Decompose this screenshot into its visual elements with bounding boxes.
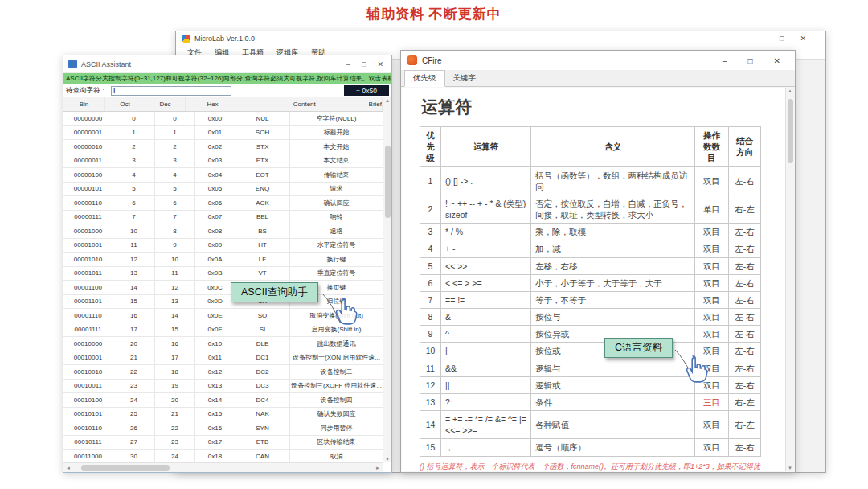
table-row[interactable]: 00011000 30 24 0x18 CAN 取消	[63, 450, 383, 462]
table-row[interactable]: 7 == != 等于，不等于 双目 左-右	[420, 291, 761, 308]
microlab-titlebar[interactable]: MicroLab Ver.1.0.0 – □ ✕	[176, 31, 825, 46]
hex-cell: 0x13	[195, 380, 235, 393]
minimize-icon[interactable]: –	[760, 35, 764, 43]
table-row[interactable]: 00010110 26 22 0x16 SYN 同步用暂停	[63, 421, 383, 436]
table-row[interactable]: 1 () [] -> . 括号（函数等），数组，两种结构成员访问 双目 左-右	[420, 166, 761, 195]
table-row[interactable]: 00010101 25 21 0x15 NAK 确认失败回应	[63, 408, 383, 422]
table-row[interactable]: 10 | 按位或 双目 左-右	[420, 343, 761, 360]
table-row[interactable]: 00000101 5 5 0x05 ENQ 请求	[63, 183, 383, 197]
tab-keywords[interactable]: 关键字	[445, 71, 485, 86]
table-row[interactable]: 5 << >> 左移，右移 双目 左-右	[420, 257, 761, 274]
close-icon[interactable]: ✕	[377, 60, 383, 68]
table-row[interactable]: 11 && 逻辑与 双目 左-右	[420, 360, 761, 376]
scroll-up-icon[interactable]: ▲	[788, 88, 792, 93]
scroll-down-icon[interactable]: ▼	[788, 466, 792, 471]
scroll-right-icon[interactable]: ►	[375, 466, 380, 471]
oct-cell: 10	[113, 224, 155, 238]
hex-cell: 0x11	[195, 351, 235, 365]
cfire-titlebar[interactable]: CFire – □ ✕	[401, 51, 795, 70]
ascii-window-controls: – □ ✕	[346, 60, 387, 68]
dec-cell: 5	[155, 183, 195, 196]
close-icon[interactable]: ✕	[800, 35, 806, 43]
bin-cell: 00010011	[63, 380, 113, 393]
maximize-icon[interactable]: □	[748, 56, 753, 65]
table-row[interactable]: 4 + - 加，减 双目 左-右	[420, 240, 761, 257]
meaning-cell: 乘，除，取模	[531, 224, 695, 240]
close-icon[interactable]: ✕	[774, 56, 780, 65]
vertical-scrollbar[interactable]: ▲ ▼	[785, 88, 794, 471]
table-row[interactable]: 00000100 4 4 0x04 EOT 传输结束	[63, 168, 383, 183]
minimize-icon[interactable]: –	[346, 60, 350, 68]
bin-cell: 00000101	[63, 183, 113, 196]
brief-cell: 设备控制二	[290, 365, 383, 379]
scrollbar-thumb[interactable]	[81, 465, 170, 471]
tab-priority[interactable]: 优先级	[404, 70, 445, 87]
scroll-left-icon[interactable]: ◄	[66, 466, 71, 471]
cfire-window-title: CFire	[422, 56, 441, 65]
dec-cell: 3	[155, 154, 195, 168]
table-row[interactable]: 00000001 1 1 0x01 SOH 标题开始	[63, 126, 383, 141]
scrollbar-thumb[interactable]	[788, 99, 793, 163]
table-row[interactable]: 3 * / % 乘，除，取模 双目 左-右	[420, 224, 761, 240]
oct-cell: 21	[113, 351, 155, 365]
table-row[interactable]: 9 ^ 按位异或 双目 左-右	[420, 326, 761, 343]
table-row[interactable]: 14 = += -= *= /= &= ^= |= <<= >>= 各种赋值 双…	[420, 411, 761, 439]
table-row[interactable]: 00000111 7 7 0x07 BEL 响铃	[63, 211, 383, 225]
associativity-cell: 左-右	[729, 343, 761, 360]
operand-count-cell: 双目	[695, 309, 729, 326]
operator-cell: << >>	[441, 257, 531, 274]
meaning-cell: 左移，右移	[531, 257, 695, 274]
hex-cell: 0x00	[195, 112, 235, 125]
dec-cell: 0	[155, 112, 195, 125]
maximize-icon[interactable]: □	[780, 35, 784, 43]
dec-cell: 14	[155, 309, 195, 323]
column-header: Oct	[105, 97, 145, 111]
scrollbar-thumb[interactable]	[385, 146, 391, 218]
table-row[interactable]: 00010001 21 17 0x11 DC1 设备控制一(XON 启用软件速.…	[63, 351, 383, 366]
table-row[interactable]: 15 ， 逗号（顺序） 双目 左-右	[420, 439, 761, 456]
table-row[interactable]: 13 ?: 条件 三目 右-左	[420, 393, 761, 410]
column-header: Dec	[145, 97, 186, 111]
table-row[interactable]: 00001011 13 11 0x0B VT 垂直定位符号	[63, 267, 383, 281]
vertical-scrollbar[interactable]: ▲ ▼	[383, 97, 391, 462]
associativity-cell: 左-右	[729, 326, 761, 343]
hex-cell: 0x12	[195, 365, 235, 379]
table-row[interactable]: 8 & 按位与 双目 左-右	[420, 309, 761, 326]
maximize-icon[interactable]: □	[362, 60, 366, 68]
table-row[interactable]: 00001001 11 9 0x09 HT 水平定位符号	[63, 239, 383, 253]
ascii-titlebar[interactable]: ASCII Assistant – □ ✕	[63, 55, 391, 73]
content-cell: SYN	[235, 421, 290, 435]
associativity-cell: 左-右	[729, 274, 761, 291]
hex-cell: 0x0D	[195, 295, 235, 309]
minimize-icon[interactable]: –	[723, 56, 727, 65]
meaning-cell: 逻辑与	[531, 360, 695, 376]
column-header: Bin	[63, 97, 105, 111]
table-row[interactable]: 00010000 20 16 0x10 DLE 跳出数据通讯	[63, 337, 383, 351]
content-cell: ETX	[235, 154, 290, 168]
query-result-button[interactable]: = 0x50	[344, 85, 389, 96]
table-row[interactable]: 00000010 2 2 0x02 STX 本文开始	[63, 140, 383, 154]
table-row[interactable]: 12 || 逻辑或 双目 左-右	[420, 376, 761, 393]
priority-cell: 1	[420, 166, 441, 195]
table-row[interactable]: 00000011 3 3 0x03 ETX 本文结束	[63, 154, 383, 169]
content-cell: SO	[235, 309, 290, 323]
scroll-down-icon[interactable]: ▼	[385, 457, 390, 462]
table-row[interactable]: 00000000 0 0 0x00 NUL 空字符(NULL)	[63, 112, 383, 126]
column-header: 结合方向	[729, 127, 761, 167]
table-row[interactable]: 00001000 10 8 0x08 BS 退格	[63, 224, 383, 239]
table-row[interactable]: 2 ! ~ ++ -- + - * & (类型) sizeof 否定，按位取反，…	[420, 195, 761, 223]
table-row[interactable]: 00010010 22 18 0x12 DC2 设备控制二	[63, 365, 383, 380]
hex-cell: 0x0E	[195, 309, 235, 323]
table-row[interactable]: 00000110 6 6 0x06 ACK 确认回应	[63, 196, 383, 211]
query-input[interactable]	[111, 86, 231, 96]
table-row[interactable]: 00010111 27 23 0x17 ETB 区块传输结束	[63, 436, 383, 450]
dec-cell: 7	[155, 211, 195, 224]
table-row[interactable]: 00010011 23 19 0x13 DC3 设备控制三(XOFF 停用软件速…	[63, 380, 383, 394]
scroll-up-icon[interactable]: ▲	[385, 98, 390, 103]
table-row[interactable]: 00010100 24 20 0x14 DC4 设备控制四	[63, 393, 383, 408]
operand-count-cell: 双目	[695, 240, 729, 257]
table-row[interactable]: 00001010 12 10 0x0A LF 换行键	[63, 253, 383, 267]
priority-cell: 14	[420, 411, 441, 439]
horizontal-scrollbar[interactable]: ◄ ►	[63, 462, 383, 472]
table-row[interactable]: 6 < <= > >= 小于，小于等于，大于等于，大于 双目 左-右	[420, 274, 761, 291]
